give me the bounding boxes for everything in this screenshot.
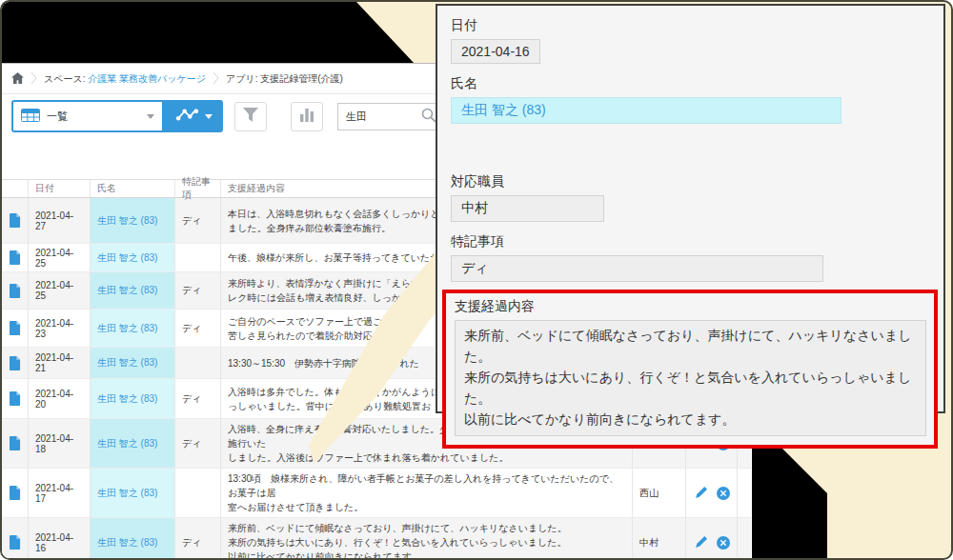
record-doc-icon (10, 356, 21, 370)
record-doc-icon (10, 250, 21, 265)
field-value-staff: 中村 (451, 195, 604, 222)
record-doc-icon (10, 213, 21, 228)
field-value-note: ディ (451, 255, 823, 282)
breadcrumb-space: スペース: 介護業 業務改善パッケージ (44, 72, 206, 86)
breadcrumb-app-label: アプリ: 支援記録管理(介護) (226, 72, 343, 86)
cell-name: 生田 智之 (83) (91, 310, 175, 347)
field-label-staff: 対応職員 (451, 173, 930, 190)
search-input[interactable] (338, 111, 420, 123)
patient-link[interactable]: 生田 智之 (83) (97, 392, 157, 406)
pencil-icon[interactable] (696, 486, 708, 500)
view-selector-label: 一覧 (47, 110, 68, 124)
patient-link[interactable]: 生田 智之 (83) (97, 437, 157, 450)
field-value-name[interactable]: 生田 智之 (83) (451, 97, 841, 124)
cell-staff: 西山 (633, 469, 686, 517)
table-row[interactable]: 2021-04-17 生田 智之 (83) 13:30頃 娘様来所され、障がい者… (2, 469, 751, 518)
cell-staff: 中村 (633, 518, 686, 560)
breadcrumb-space-prefix: スペース: (44, 73, 85, 84)
header-name[interactable]: 氏名 (91, 180, 175, 197)
cell-note (175, 348, 221, 378)
patient-link[interactable]: 生田 智之 (83) (97, 322, 157, 335)
circle-x-icon[interactable] (717, 536, 730, 550)
cell-name: 生田 智之 (83) (91, 244, 175, 271)
patient-link[interactable]: 生田 智之 (83) (97, 356, 157, 370)
breadcrumb-chevron-icon (30, 71, 37, 87)
cell-name: 生田 智之 (83) (91, 272, 175, 309)
cell-date: 2021-04-17 (29, 469, 91, 517)
record-doc-icon (10, 391, 21, 406)
record-doc-icon (10, 321, 21, 335)
table-row[interactable]: 2021-04-16 生田 智之 (83) ディ 来所前、ベッドにて傾眠なさって… (2, 518, 751, 560)
cell-date: 2021-04-16 (29, 518, 91, 560)
field-value-date: 2021-04-16 (451, 39, 540, 64)
cell-date: 2021-04-21 (29, 348, 91, 378)
cell-note (175, 469, 221, 517)
filter-button[interactable] (234, 102, 267, 131)
record-doc-icon (10, 535, 21, 550)
panel-spacer (451, 124, 930, 173)
field-label-content: 支援経過内容 (455, 298, 926, 315)
chevron-down-icon (205, 114, 213, 123)
cell-date: 2021-04-23 (29, 310, 91, 347)
chevron-down-icon (147, 114, 154, 123)
cell-name: 生田 智之 (83) (91, 348, 175, 378)
breadcrumb-chevron-icon (213, 71, 219, 87)
record-doc-icon (10, 486, 21, 500)
patient-link[interactable]: 生田 智之 (83) (97, 284, 157, 297)
header-note[interactable]: 特記事項 (175, 180, 221, 197)
funnel-icon (243, 108, 258, 126)
cell-note: ディ (175, 419, 221, 468)
record-doc-icon (10, 284, 21, 298)
cell-note (175, 244, 221, 271)
black-diagonal-top-left (2, 2, 415, 64)
cell-date: 2021-04-18 (29, 419, 91, 468)
cell-note: ディ (175, 272, 221, 309)
bar-chart-icon (299, 108, 314, 126)
cell-name: 生田 智之 (83) (91, 379, 175, 418)
patient-link[interactable]: 生田 智之 (83) (97, 214, 157, 228)
cell-date: 2021-04-27 (29, 198, 91, 243)
record-detail-panel: 日付 2021-04-16 氏名 生田 智之 (83) 対応職員 中村 特記事項… (436, 4, 945, 413)
chart-button[interactable] (291, 102, 323, 131)
cell-note: ディ (175, 379, 221, 418)
field-label-note: 特記事項 (451, 233, 930, 250)
cell-name: 生田 智之 (83) (91, 198, 175, 243)
patient-link[interactable]: 生田 智之 (83) (97, 487, 157, 500)
cell-content: 来所前、ベッドにて傾眠なさっており、声掛けにて、ハッキリなさいました。来所の気持… (221, 518, 633, 560)
view-selector[interactable]: 一覧 (11, 100, 164, 132)
cell-date: 2021-04-20 (29, 379, 91, 418)
field-label-name: 氏名 (451, 75, 930, 92)
breadcrumb-space-link[interactable]: 介護業 業務改善パッケージ (88, 73, 206, 84)
cell-name: 生田 智之 (83) (91, 469, 175, 517)
record-doc-icon (10, 436, 21, 450)
field-label-date: 日付 (451, 17, 930, 34)
patient-link[interactable]: 生田 智之 (83) (97, 536, 157, 550)
screenshot-card: スペース: 介護業 業務改善パッケージ アプリ: 支援記録管理(介護) 一覧 (0, 0, 953, 560)
home-icon[interactable] (11, 72, 24, 86)
pencil-icon[interactable] (696, 535, 708, 550)
search-box (337, 103, 442, 130)
cell-name: 生田 智之 (83) (91, 518, 175, 560)
highlight-red-box: 支援経過内容 来所前、ベッドにて傾眠なさっており、声掛けにて、ハッキリなさいまし… (442, 290, 938, 449)
graph-icon (175, 108, 199, 126)
cell-content: 13:30頃 娘様来所され、障がい者手帳とお菓子の差し入れを持ってきていただいた… (221, 469, 633, 517)
cell-note: ディ (175, 198, 221, 243)
cell-date: 2021-04-25 (29, 272, 91, 309)
patient-link[interactable]: 生田 智之 (83) (97, 251, 157, 265)
cell-date: 2021-04-25 (29, 244, 91, 271)
circle-x-icon[interactable] (717, 487, 730, 500)
header-date[interactable]: 日付 (29, 180, 91, 197)
cell-name: 生田 智之 (83) (91, 419, 175, 468)
field-value-content: 来所前、ベッドにて傾眠なさっており、声掛けにて、ハッキリなさいました。 来所の気… (455, 320, 926, 436)
graph-button[interactable] (164, 100, 223, 132)
cell-note: ディ (175, 518, 221, 560)
cell-note: ディ (175, 310, 221, 347)
table-grid-icon (21, 109, 40, 124)
